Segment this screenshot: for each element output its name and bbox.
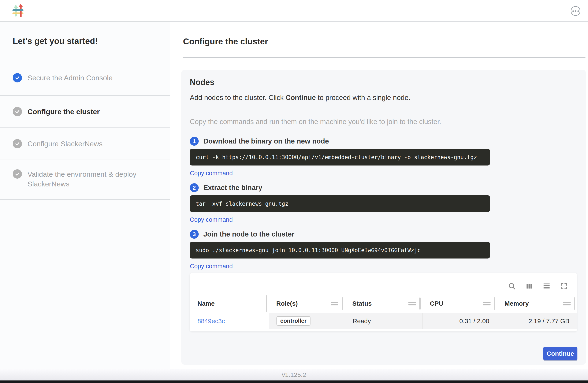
role-badge: controller [276, 316, 311, 326]
sidebar-step-secure-admin-console[interactable]: Secure the Admin Console [0, 60, 170, 95]
command-text: sudo ./slackernews-gnu join 10.0.0.11:30… [196, 247, 420, 254]
column-header-roles[interactable]: Role(s) [269, 294, 345, 313]
command-text: tar -xvf slackernews-gnu.tgz [196, 201, 288, 207]
step-number-badge: 1 [190, 137, 199, 146]
slackernews-logo-icon [12, 4, 24, 18]
command-code-block: tar -xvf slackernews-gnu.tgz [190, 195, 490, 212]
sidebar-step-configure-slackernews[interactable]: Configure SlackerNews [0, 128, 170, 160]
check-circle-icon [13, 107, 22, 116]
nodes-card: Nodes Add nodes to the cluster. Click Co… [181, 70, 586, 365]
sidebar-step-label: Secure the Admin Console [27, 73, 113, 83]
node-cpu-cell: 0.31 / 2.00 [422, 313, 497, 329]
more-menu-button[interactable] [571, 6, 580, 16]
table-toolbar [190, 273, 577, 294]
drag-column-icon[interactable] [331, 300, 338, 307]
sidebar-step-label: Validate the environment & deploy Slacke… [27, 169, 159, 189]
continue-button[interactable]: Continue [543, 347, 577, 360]
main-content: Configure the cluster Nodes Add nodes to… [170, 21, 588, 369]
join-hint: Copy the commands and run them on the ma… [190, 117, 577, 126]
column-resize-handle[interactable] [494, 298, 495, 310]
nodes-heading: Nodes [190, 78, 577, 87]
column-header-name[interactable]: Name [190, 294, 269, 313]
nodes-intro: Add nodes to the cluster. Click Continue… [190, 93, 577, 102]
column-resize-handle[interactable] [574, 298, 575, 310]
column-header-status[interactable]: Status [345, 294, 422, 313]
step-title: Download the binary on the new node [203, 137, 329, 145]
bottom-edge-strip [0, 381, 588, 383]
copy-command-link[interactable]: Copy command [190, 263, 233, 270]
page-title: Configure the cluster [183, 37, 588, 46]
fullscreen-icon[interactable] [559, 281, 569, 291]
table-header-row: Name Role(s) Status CPU [190, 294, 577, 313]
app-version: v1.125.2 [282, 371, 306, 378]
drag-column-icon[interactable] [483, 300, 491, 307]
check-circle-icon [13, 139, 22, 148]
copy-command-link[interactable]: Copy command [190, 216, 233, 223]
step-title: Join the node to the cluster [203, 230, 294, 238]
sidebar-step-label: Configure SlackerNews [27, 139, 103, 149]
step-title: Extract the binary [203, 184, 262, 192]
footer-bar: v1.125.2 [0, 369, 588, 381]
node-name-link[interactable]: 8849ec3c [197, 318, 225, 325]
command-code-block: curl -k https://10.0.0.11:30000/api/v1/e… [190, 149, 490, 166]
node-name-cell: 8849ec3c [190, 313, 269, 329]
copy-command-link[interactable]: Copy command [190, 170, 233, 177]
node-roles-cell: controller [269, 313, 345, 329]
column-resize-handle[interactable] [419, 298, 420, 310]
join-step-2: 2 Extract the binary [190, 183, 577, 192]
node-status-cell: Ready [345, 313, 422, 329]
sidebar-step-label: Configure the cluster [27, 107, 100, 116]
check-circle-icon [13, 73, 22, 83]
table-row: 8849ec3c controller Ready 0.31 / 2.00 2.… [190, 313, 577, 329]
join-step-1: 1 Download the binary on the new node [190, 137, 577, 146]
search-icon[interactable] [507, 281, 517, 291]
nodes-table-panel: Name Role(s) Status CPU [190, 273, 577, 331]
step-number-badge: 3 [190, 230, 199, 239]
sidebar-step-validate-deploy[interactable]: Validate the environment & deploy Slacke… [0, 160, 170, 199]
columns-icon[interactable] [524, 281, 534, 291]
column-header-memory[interactable]: Memory [497, 294, 577, 313]
setup-steps-sidebar: Let's get you started! Secure the Admin … [0, 21, 170, 369]
column-resize-handle[interactable] [266, 295, 267, 312]
command-text: curl -k https://10.0.0.11:30000/api/v1/e… [196, 154, 477, 160]
drag-column-icon[interactable] [408, 300, 416, 307]
column-resize-handle[interactable] [342, 298, 343, 310]
sidebar-title: Let's get you started! [0, 21, 170, 60]
more-menu-icon [572, 10, 574, 12]
node-memory-cell: 2.19 / 7.77 GB [497, 313, 577, 329]
command-code-block: sudo ./slackernews-gnu join 10.0.0.11:30… [190, 242, 490, 258]
column-header-cpu[interactable]: CPU [422, 294, 497, 313]
step-number-badge: 2 [190, 183, 199, 192]
check-circle-icon [13, 169, 22, 179]
join-step-3: 3 Join the node to the cluster [190, 230, 577, 239]
sidebar-step-configure-cluster[interactable]: Configure the cluster [0, 95, 170, 128]
top-bar [0, 0, 588, 21]
density-icon[interactable] [542, 281, 552, 291]
title-divider [183, 57, 586, 58]
drag-column-icon[interactable] [563, 300, 571, 307]
